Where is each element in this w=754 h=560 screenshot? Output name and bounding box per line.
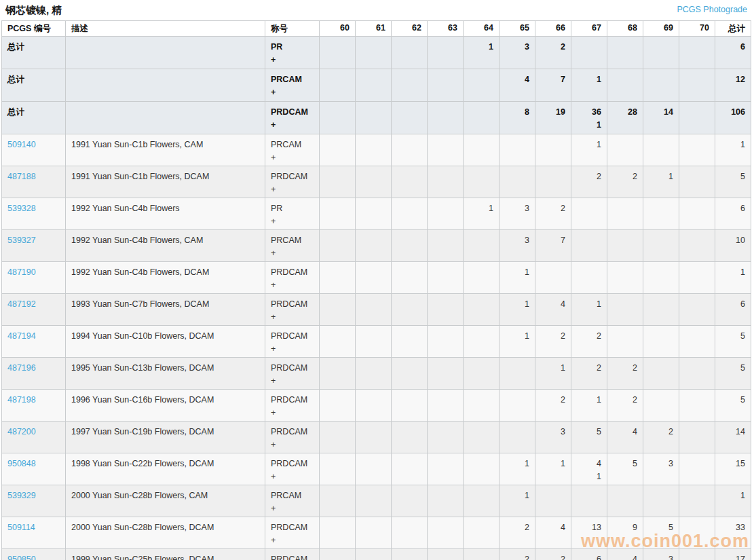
pcgs-number-link[interactable]: 487200 [7, 427, 36, 436]
total-cell: 5 [715, 166, 751, 198]
grade-count [361, 521, 385, 534]
grade-68-cell [607, 69, 643, 102]
grade-plus-count [361, 215, 385, 228]
column-header-62: 62 [392, 21, 428, 37]
grade-62-cell [392, 134, 428, 166]
grade-plus-count [397, 375, 421, 388]
pcgs-number-link[interactable]: 487188 [7, 172, 36, 181]
grade-plus-count [685, 407, 709, 419]
grade-61-cell [356, 485, 392, 517]
grade-count: 2 [613, 170, 637, 183]
designation-cell: PRCAM+ [265, 485, 320, 517]
description-cell: 2000 Yuan Sun-C28b Flowers, CAM [66, 485, 265, 517]
grade-plus-count [541, 279, 565, 292]
grade-65-cell: 1 [499, 326, 535, 358]
pcgs-number-link[interactable]: 487196 [7, 363, 36, 373]
grade-65-cell: 1 [499, 485, 535, 517]
grade-69-cell [643, 230, 679, 262]
grade-60-cell [320, 102, 356, 134]
plus-label: + [271, 470, 314, 483]
grade-count [325, 266, 350, 279]
total-cell: 5 [715, 390, 751, 422]
grade-count: 2 [577, 362, 601, 375]
pcgs-number-cell: 总计 [2, 69, 66, 102]
grade-62-cell [392, 102, 428, 134]
pcgs-number-link[interactable]: 487190 [7, 267, 36, 277]
grade-count [469, 553, 493, 560]
grade-plus-count [577, 279, 601, 292]
grade-plus-count [397, 247, 421, 260]
grade-64-cell [464, 549, 499, 560]
grade-plus-count [541, 119, 565, 132]
grade-count [397, 362, 421, 375]
grade-plus-count [541, 86, 565, 99]
total-cell: 6 [715, 37, 751, 69]
grade-plus-count [397, 183, 421, 196]
grade-count [469, 521, 493, 534]
grade-count: 3 [649, 553, 673, 560]
description-cell: 1996 Yuan Sun-C16b Flowers, DCAM [66, 390, 265, 422]
photograde-link[interactable]: PCGS Photograde [677, 4, 747, 15]
grade-plus-count [613, 215, 637, 228]
grade-count [433, 458, 457, 470]
grade-count [433, 298, 457, 311]
description-cell [66, 69, 265, 102]
grade-plus-count [613, 183, 637, 196]
grade-68-cell [607, 485, 643, 517]
plus-label: + [271, 343, 314, 356]
grade-count [649, 202, 673, 215]
grade-plus-count: 1 [577, 470, 601, 483]
pcgs-number-link[interactable]: 539328 [7, 204, 36, 213]
grade-67-cell: 6 [571, 549, 607, 560]
grade-count [649, 138, 673, 151]
grade-plus-count [325, 375, 350, 388]
grade-count [505, 138, 529, 151]
grade-63-cell [428, 549, 464, 560]
pcgs-number-link[interactable]: 487192 [7, 299, 36, 309]
grade-count [325, 234, 350, 247]
grade-plus-count [577, 86, 601, 99]
designation-label: PRCAM [271, 234, 314, 247]
pcgs-number-link[interactable]: 487198 [7, 395, 36, 405]
grade-69-cell [643, 262, 679, 294]
pcgs-number-link[interactable]: 539327 [7, 236, 36, 245]
grade-count [649, 362, 673, 375]
grade-count: 3 [505, 41, 529, 54]
grade-plus-count [613, 343, 637, 356]
grade-plus-count [649, 343, 673, 356]
grade-61-cell [356, 134, 392, 166]
grade-64-cell [464, 485, 499, 517]
pcgs-number-link[interactable]: 539329 [7, 491, 36, 500]
grade-68-cell [607, 134, 643, 166]
pcgs-number-link[interactable]: 487194 [7, 331, 36, 341]
grade-69-cell [643, 485, 679, 517]
pcgs-number-link[interactable]: 950850 [7, 555, 36, 560]
grade-count [433, 521, 457, 534]
grade-67-cell: 361 [571, 102, 607, 134]
grade-plus-count [541, 247, 565, 260]
pcgs-number-link[interactable]: 509114 [7, 523, 35, 532]
pcgs-number-cell: 487200 [2, 422, 66, 453]
designation-cell: PRCAM+ [265, 69, 320, 102]
grade-67-cell [571, 230, 607, 262]
grade-70-cell [679, 134, 715, 166]
grade-count: 4 [541, 521, 565, 534]
grade-count: 7 [541, 73, 565, 86]
grade-plus-count [361, 311, 385, 324]
total-cell: 6 [715, 294, 751, 326]
grade-count [541, 170, 565, 183]
grade-count [649, 489, 673, 502]
summary-label: 总计 [7, 107, 24, 117]
pcgs-number-cell: 总计 [2, 102, 66, 134]
grade-plus-count [469, 438, 493, 451]
grade-61-cell [356, 262, 392, 294]
grade-65-cell: 3 [499, 230, 535, 262]
pcgs-number-link[interactable]: 509140 [7, 140, 36, 149]
grade-plus-count [613, 407, 637, 419]
grade-count: 2 [613, 394, 637, 407]
grade-count [361, 202, 385, 215]
grade-plus-count [397, 311, 421, 324]
pcgs-number-link[interactable]: 950848 [7, 459, 36, 468]
summary-row: 总计PRCAM+47112 [2, 69, 751, 102]
grade-count [541, 266, 565, 279]
